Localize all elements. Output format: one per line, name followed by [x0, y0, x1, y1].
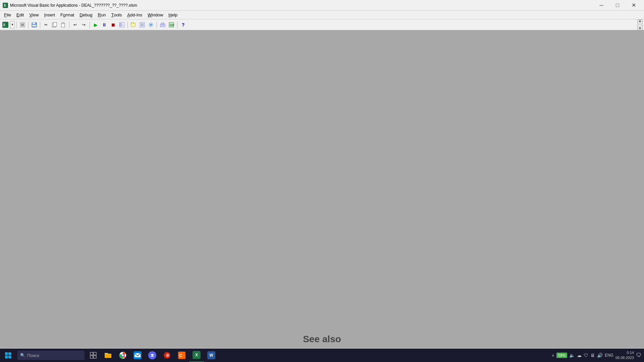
- separator-5: [90, 21, 90, 28]
- mail-icon: [133, 351, 142, 359]
- window-controls: ─ □ ✕: [594, 0, 641, 11]
- taskbar-excel[interactable]: X: [189, 349, 204, 362]
- toolbar-design-mode[interactable]: D: [118, 21, 126, 29]
- svg-text:WB: WB: [170, 23, 174, 27]
- menu-run[interactable]: Run: [95, 11, 109, 19]
- svg-rect-34: [94, 356, 96, 358]
- svg-text:X: X: [3, 23, 5, 27]
- start-button[interactable]: [0, 349, 16, 362]
- system-tray: ∧ 58% 🔈 ☁ 🛡 🖥 🔊 ENG 0:14 06.08.2023 🗨: [549, 350, 644, 361]
- svg-rect-30: [8, 356, 11, 358]
- app-icon: X: [3, 3, 8, 8]
- svg-rect-29: [5, 356, 8, 358]
- toolbar-excel-view[interactable]: X: [1, 21, 9, 29]
- toolbar-word-basic[interactable]: WB: [167, 21, 175, 29]
- shield-icon[interactable]: 🛡: [584, 353, 588, 358]
- svg-point-45: [153, 355, 154, 356]
- svg-point-40: [122, 355, 124, 356]
- menu-tools[interactable]: Tools: [108, 11, 124, 19]
- close-button[interactable]: ✕: [626, 0, 641, 11]
- taskbar-discord[interactable]: [145, 349, 160, 362]
- window-title: Microsoft Visual Basic for Applications …: [10, 3, 137, 8]
- taskbar-word[interactable]: W: [204, 349, 219, 362]
- toolbar-insert-module[interactable]: M: [18, 21, 26, 29]
- toolbar-run[interactable]: ▶: [92, 21, 100, 29]
- toolbar-redo[interactable]: ↪: [80, 21, 88, 29]
- menu-addins[interactable]: Add-Ins: [124, 11, 145, 19]
- notification-icon[interactable]: 🗨: [636, 352, 641, 358]
- svg-text:X: X: [4, 4, 6, 7]
- separator-7: [157, 21, 157, 28]
- toolbar-cut[interactable]: ✂: [42, 21, 50, 29]
- toolbar-excel-dropdown[interactable]: ▼: [10, 21, 15, 28]
- svg-rect-28: [8, 352, 11, 355]
- taskbar-app-orange[interactable]: C: [174, 349, 189, 362]
- separator-8: [177, 21, 177, 28]
- taskbar-search-bar[interactable]: 🔍 Поиск: [17, 351, 85, 360]
- svg-rect-16: [131, 22, 133, 24]
- toolbar-help[interactable]: ?: [179, 21, 187, 29]
- language-indicator[interactable]: ENG: [605, 353, 613, 358]
- svg-rect-32: [94, 352, 96, 355]
- toolbar-undo[interactable]: ↩: [71, 21, 79, 29]
- toolbar-scrollbar[interactable]: ▲ ▼: [637, 19, 643, 30]
- svg-rect-33: [90, 356, 93, 358]
- volume-icon[interactable]: 🔊: [597, 353, 603, 358]
- title-bar: X Microsoft Visual Basic for Application…: [0, 0, 644, 11]
- toolbar-object-browser[interactable]: [147, 21, 155, 29]
- toolbar-save[interactable]: [30, 21, 38, 29]
- word-taskbar-icon: W: [207, 351, 215, 359]
- toolbar-copy[interactable]: [51, 21, 59, 29]
- svg-text:🎯: 🎯: [165, 353, 170, 358]
- toolbar-toolbox[interactable]: [159, 21, 167, 29]
- monitor-icon[interactable]: 🖥: [590, 353, 595, 358]
- minimize-button[interactable]: ─: [594, 0, 609, 11]
- toolbar: X ▼ M ✂ ↩ ↪ ▶ ⏸ ⏹: [0, 19, 644, 30]
- file-explorer-icon: [104, 351, 112, 359]
- menu-edit[interactable]: Edit: [14, 11, 26, 19]
- main-content-area: See also: [0, 30, 644, 348]
- search-placeholder: Поиск: [27, 353, 39, 358]
- svg-rect-27: [5, 352, 8, 355]
- svg-text:D: D: [120, 23, 122, 27]
- sound-icon[interactable]: 🔈: [569, 353, 575, 358]
- network-icon[interactable]: ☁: [577, 353, 582, 358]
- battery-indicator: 58%: [556, 353, 567, 358]
- separator-6: [127, 21, 128, 28]
- separator-2: [28, 21, 29, 28]
- menu-file[interactable]: File: [1, 11, 14, 19]
- menu-debug[interactable]: Debug: [77, 11, 95, 19]
- orange-app-icon: C: [178, 351, 186, 359]
- menu-bar: File Edit View Insert Format Debug Run T…: [0, 11, 644, 19]
- toolbar-break[interactable]: ⏸: [100, 21, 108, 29]
- taskbar-mail-app[interactable]: [130, 349, 145, 362]
- excel-taskbar-icon: X: [193, 351, 201, 359]
- task-view-button[interactable]: [86, 349, 101, 362]
- menu-help[interactable]: Help: [166, 11, 180, 19]
- time-display: 0:14: [615, 350, 634, 355]
- svg-rect-23: [160, 24, 165, 27]
- svg-rect-31: [90, 352, 93, 355]
- search-icon: 🔍: [20, 353, 25, 358]
- clock[interactable]: 0:14 06.08.2023: [615, 350, 634, 361]
- menu-insert[interactable]: Insert: [42, 11, 58, 19]
- taskbar-app-red[interactable]: 🎯: [160, 349, 174, 362]
- menu-window[interactable]: Window: [145, 11, 166, 19]
- toolbar-project-explorer[interactable]: [129, 21, 138, 29]
- toolbar-reset[interactable]: ⏹: [109, 21, 117, 29]
- svg-text:C: C: [179, 353, 182, 358]
- maximize-button[interactable]: □: [610, 0, 625, 11]
- toolbar-paste[interactable]: [59, 21, 67, 29]
- toolbar-properties[interactable]: [138, 21, 146, 29]
- separator-4: [69, 21, 69, 28]
- svg-point-44: [151, 355, 152, 356]
- taskbar-file-explorer[interactable]: [101, 349, 115, 362]
- chrome-icon: [119, 351, 127, 359]
- menu-format[interactable]: Format: [58, 11, 77, 19]
- separator-3: [40, 21, 40, 28]
- taskbar-chrome[interactable]: [115, 349, 130, 362]
- tray-expand-icon[interactable]: ∧: [552, 353, 554, 358]
- svg-rect-36: [105, 353, 108, 354]
- svg-rect-10: [53, 22, 57, 26]
- menu-view[interactable]: View: [26, 11, 41, 19]
